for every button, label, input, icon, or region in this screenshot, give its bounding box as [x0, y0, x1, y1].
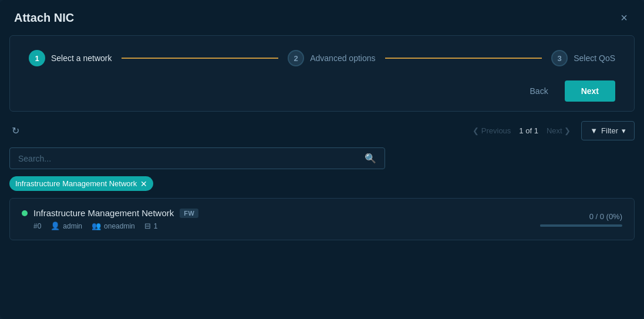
step-1: 1 Select a network	[29, 50, 112, 66]
toolbar-left: ↻	[9, 123, 22, 139]
next-page-button[interactable]: Next ❯	[543, 125, 574, 136]
network-status-dot	[22, 210, 28, 216]
chevron-right-icon: ❯	[564, 126, 571, 135]
back-button[interactable]: Back	[521, 82, 558, 100]
network-count: ⊟ 1	[144, 221, 158, 230]
step-2-circle: 2	[288, 50, 304, 66]
next-button[interactable]: Next	[565, 80, 615, 102]
network-item-left: Infrastructure Management Network FW #0 …	[22, 208, 198, 230]
step-1-circle: 1	[29, 50, 45, 66]
toolbar-right: ❮ Previous 1 of 1 Next ❯ ▼ Filter ▾	[469, 121, 635, 140]
step-3-label: Select QoS	[574, 53, 615, 63]
step-connector-1	[122, 58, 279, 59]
network-owner-value: admin	[63, 222, 82, 230]
person-icon: 👤	[50, 221, 60, 230]
filter-icon: ▼	[590, 126, 598, 135]
wizard-steps-container: 1 Select a network 2 Advanced options	[9, 35, 635, 112]
modal-title: Attach NIC	[14, 11, 74, 25]
network-meta: #0 👤 admin 👥 oneadmin ⊟	[22, 221, 198, 230]
network-id-value: #0	[33, 222, 41, 230]
previous-page-button[interactable]: ❮ Previous	[469, 125, 514, 136]
refresh-button[interactable]: ↻	[9, 123, 22, 139]
network-item-title: Infrastructure Management Network FW	[22, 208, 198, 218]
table-row[interactable]: Infrastructure Management Network FW #0 …	[9, 198, 635, 240]
search-bar: 🔍	[9, 147, 385, 169]
network-item-right: 0 / 0 (0%)	[528, 212, 622, 227]
close-button[interactable]: ×	[618, 9, 630, 26]
network-id: #0	[33, 222, 41, 230]
network-owner: 👤 admin	[50, 221, 82, 230]
filter-tag-remove-button[interactable]: ✕	[140, 180, 147, 188]
filter-tags: Infrastructure Management Network ✕	[9, 176, 635, 191]
chevron-left-icon: ❮	[473, 126, 479, 135]
step-1-label: Select a network	[51, 53, 112, 63]
content-area: ↻ ❮ Previous 1 of 1 Next ❯	[0, 112, 644, 310]
modal: Attach NIC × 1 Select a network 2	[0, 0, 644, 319]
usage-bar-fill	[540, 224, 544, 227]
step-3: 3 Select QoS	[551, 50, 615, 66]
usage-bar	[540, 224, 622, 227]
filter-chevron-icon: ▾	[622, 126, 626, 135]
network-usage: 0 / 0 (0%)	[589, 212, 622, 221]
wizard-steps: 1 Select a network 2 Advanced options	[29, 50, 615, 66]
network-group-value: oneadmin	[104, 222, 135, 230]
modal-header: Attach NIC ×	[0, 0, 644, 35]
step-3-circle: 3	[551, 50, 568, 66]
network-badge: FW	[180, 209, 198, 218]
group-icon: 👥	[92, 221, 101, 230]
search-icon: 🔍	[365, 153, 376, 164]
modal-body: 1 Select a network 2 Advanced options	[0, 35, 644, 319]
filter-button[interactable]: ▼ Filter ▾	[581, 121, 635, 140]
network-count-icon: ⊟	[144, 221, 151, 230]
wizard-footer: Back Next	[29, 80, 615, 102]
search-filter-row: 🔍	[9, 147, 635, 169]
filter-tag-label: Infrastructure Management Network	[15, 179, 137, 188]
pagination: ❮ Previous 1 of 1 Next ❯	[469, 125, 574, 136]
step-connector-2	[385, 58, 542, 59]
network-name: Infrastructure Management Network	[33, 208, 174, 218]
network-group: 👥 oneadmin	[92, 221, 135, 230]
step-2-label: Advanced options	[310, 53, 375, 63]
pagination-info: 1 of 1	[519, 126, 538, 135]
filter-tag-0: Infrastructure Management Network ✕	[9, 176, 153, 191]
network-list: Infrastructure Management Network FW #0 …	[9, 198, 635, 240]
search-input[interactable]	[18, 154, 365, 163]
step-2: 2 Advanced options	[288, 50, 375, 66]
network-count-value: 1	[154, 222, 158, 230]
toolbar: ↻ ❮ Previous 1 of 1 Next ❯	[9, 121, 635, 140]
